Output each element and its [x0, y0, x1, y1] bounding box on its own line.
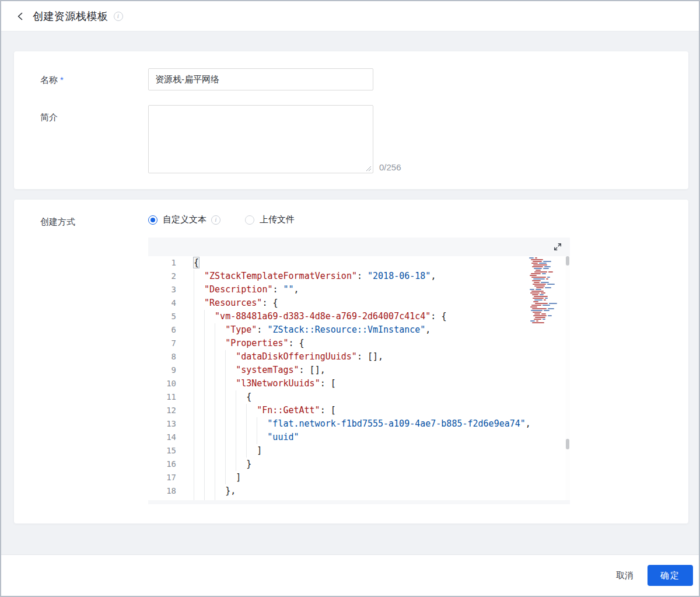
line-number: 7 — [148, 337, 176, 350]
scrollbar-thumb[interactable] — [566, 256, 569, 266]
code-line: 17] — [148, 471, 529, 484]
required-mark: * — [60, 75, 64, 85]
radio-circle-icon — [148, 215, 158, 225]
code-line: 16} — [148, 458, 529, 471]
creation-method-card: 创建方式 自定义文本i上传文件 1{2"ZStackTemplate — [14, 200, 688, 523]
back-button[interactable] — [14, 10, 27, 23]
line-number: 2 — [148, 270, 176, 283]
line-number: 14 — [148, 431, 176, 444]
line-number: 1 — [148, 256, 176, 270]
description-textarea[interactable] — [148, 105, 373, 173]
line-number: 19 — [148, 498, 176, 500]
page-title: 创建资源栈模板 — [33, 9, 108, 23]
editor-toolbar — [148, 238, 570, 256]
method-radio-group: 自定义文本i上传文件 — [148, 214, 319, 225]
editor-scrollbar[interactable] — [565, 256, 570, 500]
line-number: 18 — [148, 484, 176, 498]
chevron-left-icon — [16, 12, 24, 21]
char-counter: 0/256 — [379, 162, 401, 172]
line-number: 10 — [148, 377, 176, 390]
code-line: 4"Resources": { — [148, 296, 529, 310]
editor-minimap[interactable] — [529, 256, 565, 500]
line-number: 11 — [148, 390, 176, 404]
code-line: 3"Description": "", — [148, 283, 529, 296]
code-line: 1{ — [148, 256, 529, 270]
code-line: 18}, — [148, 484, 529, 498]
code-line: 15] — [148, 444, 529, 458]
line-number: 6 — [148, 323, 176, 337]
editor-body[interactable]: 1{2"ZStackTemplateFormatVersion": "2018-… — [148, 256, 570, 500]
method-label: 创建方式 — [40, 217, 75, 228]
line-number: 3 — [148, 283, 176, 296]
code-line: 2"ZStackTemplateFormatVersion": "2018-06… — [148, 270, 529, 283]
expand-editor-button[interactable] — [552, 242, 563, 252]
code-line: 9"systemTags": [], — [148, 364, 529, 377]
code-view: 1{2"ZStackTemplateFormatVersion": "2018-… — [148, 256, 529, 500]
line-number: 8 — [148, 350, 176, 364]
code-line: 13"flat.network-f1bd7555-a109-4ae7-b885-… — [148, 417, 529, 431]
line-number: 9 — [148, 364, 176, 377]
radio-circle-icon — [245, 215, 254, 225]
description-label: 简介 — [40, 112, 58, 123]
code-line: 12"Fn::GetAtt": [ — [148, 404, 529, 417]
line-number: 17 — [148, 471, 176, 484]
code-line: 10"l3NetworkUuids": [ — [148, 377, 529, 390]
name-input[interactable] — [148, 68, 373, 90]
option-info-icon[interactable]: i — [211, 215, 220, 225]
cancel-button[interactable]: 取消 — [608, 565, 642, 586]
line-number: 13 — [148, 417, 176, 431]
line-number: 5 — [148, 310, 176, 323]
confirm-button[interactable]: 确定 — [648, 565, 693, 586]
create-resource-stack-template-page: 创建资源栈模板 i 名称* 简介 0/256 创建方式 自定义文本i上传文件 — [0, 0, 700, 597]
expand-icon — [553, 242, 562, 252]
code-line: 8"dataDiskOfferingUuids": [], — [148, 350, 529, 364]
line-number: 16 — [148, 458, 176, 471]
code-line: 11{ — [148, 390, 529, 404]
radio-option-label: 上传文件 — [260, 214, 295, 225]
line-number: 12 — [148, 404, 176, 417]
code-line: 14"uuid" — [148, 431, 529, 444]
code-line: 7"Properties": { — [148, 337, 529, 350]
line-number: 15 — [148, 444, 176, 458]
template-code-editor: 1{2"ZStackTemplateFormatVersion": "2018-… — [148, 238, 570, 504]
code-line: 6"Type": "ZStack::Resource::VmInstance", — [148, 323, 529, 337]
basic-info-card: 名称* 简介 0/256 — [14, 51, 688, 189]
page-header: 创建资源栈模板 i — [1, 1, 699, 32]
radio-option-1[interactable]: 上传文件 — [245, 214, 295, 225]
footer-bar: 取消 确定 — [1, 554, 699, 596]
code-line: 5"vm-88481a69-d383-4d8e-a769-2d64007c41c… — [148, 310, 529, 323]
title-info-icon[interactable]: i — [114, 12, 123, 21]
scrollbar-mark — [566, 439, 569, 449]
radio-option-label: 自定义文本 — [163, 214, 206, 225]
name-label: 名称* — [40, 75, 64, 86]
code-line: 19"DependsOn": [ — [148, 498, 529, 500]
radio-option-0[interactable]: 自定义文本i — [148, 214, 220, 225]
resize-handle-icon[interactable] — [365, 165, 371, 171]
line-number: 4 — [148, 296, 176, 310]
